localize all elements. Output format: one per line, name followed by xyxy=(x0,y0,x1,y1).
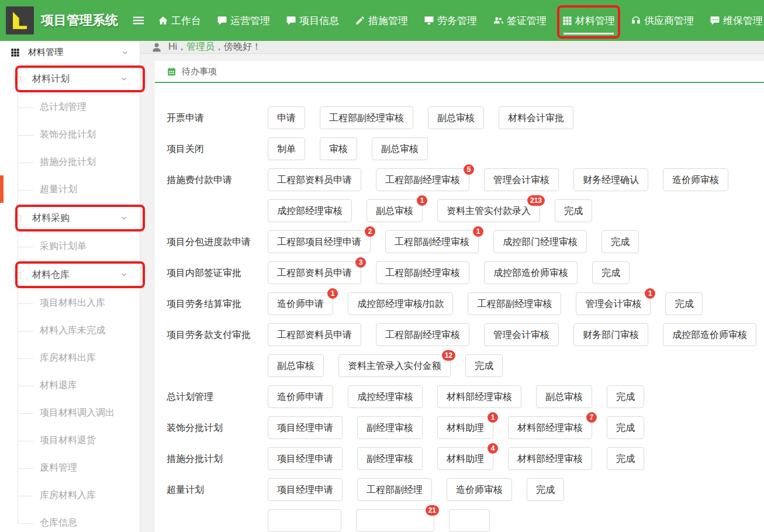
nav-item-运营管理[interactable]: 运营管理 xyxy=(217,14,270,27)
todo-step-button-工程部副经理审核[interactable]: 工程部副经理审核 xyxy=(376,261,469,284)
todo-step-button-完成[interactable]: 完成 xyxy=(527,478,564,501)
sidebar-item-装饰分批计划[interactable]: 装饰分批计划 xyxy=(0,121,140,148)
todo-step-button-审核[interactable]: 审核 xyxy=(320,137,357,160)
todo-row-装饰分批计划: 装饰分批计划项目经理申请副经理审核材料助理1材料部经理审核7完成 xyxy=(167,416,760,439)
todo-row-label: 项目关闭 xyxy=(167,137,268,160)
todo-step-button-管理会计审核[interactable]: 管理会计审核 xyxy=(484,323,559,346)
todo-step-button-副总审核[interactable]: 副总审核 xyxy=(428,106,484,129)
todo-step-button-造价师申请[interactable]: 造价师申请1 xyxy=(268,292,333,315)
top-header: 项目管理系统 工作台运营管理项目信息措施管理劳务管理签证管理材料管理供应商管理维… xyxy=(0,0,764,41)
todo-step-button-项目经理申请[interactable]: 项目经理申请 xyxy=(268,478,343,501)
todo-step-button-资料主管实付款录入[interactable]: 资料主管实付款录入213 xyxy=(437,199,540,222)
sidebar-item-库房材料入库[interactable]: 库房材料入库 xyxy=(0,482,140,509)
sidebar-item-项目材料出入库[interactable]: 项目材料出入库 xyxy=(0,289,140,317)
todo-step-button-工程部副经理[interactable]: 工程部副经理 xyxy=(357,478,432,501)
notification-badge: 7 xyxy=(586,412,597,423)
headset-icon xyxy=(631,15,641,26)
sidebar-item-措施分批计划[interactable]: 措施分批计划 xyxy=(0,148,140,176)
sidebar-item-超量计划[interactable]: 超量计划 xyxy=(0,176,140,203)
todo-step-button-完成[interactable]: 完成 xyxy=(592,261,630,284)
todo-step-button-工程部副经理审核[interactable]: 工程部副经理审核 xyxy=(320,106,413,129)
todo-step-button-完成[interactable]: 完成 xyxy=(607,447,644,470)
sidebar-item-采购计划单[interactable]: 采购计划单 xyxy=(0,233,140,260)
todo-step-button-造价师审核[interactable]: 造价师审核 xyxy=(663,168,728,191)
todo-step-button-材料部经理审核[interactable]: 材料部经理审核 xyxy=(437,385,521,408)
todo-step-button-申请[interactable]: 申请 xyxy=(268,106,305,129)
todo-step-button-材料助理[interactable]: 材料助理4 xyxy=(437,447,493,470)
todo-row-措施分批计划: 措施分批计划项目经理申请副经理审核材料助理4材料部经理审核完成 xyxy=(167,447,760,470)
todo-step-button-副总审核[interactable]: 副总审核 xyxy=(536,385,592,408)
todo-step-button-完成[interactable]: 完成 xyxy=(607,416,644,439)
todo-step-button[interactable]: 21 xyxy=(356,509,434,532)
nav-item-措施管理[interactable]: 措施管理 xyxy=(355,14,408,27)
todo-step-button-成控部造价师审核[interactable]: 成控部造价师审核 xyxy=(484,261,578,284)
todo-step-button-完成[interactable]: 完成 xyxy=(665,292,703,315)
todo-step-button[interactable] xyxy=(268,509,341,532)
todo-step-button-财务经理确认[interactable]: 财务经理确认 xyxy=(573,168,648,191)
todo-step-button-工程部资料员申请[interactable]: 工程部资料员申请3 xyxy=(268,261,361,284)
todo-step-button-工程部副经理审核[interactable]: 工程部副经理审核5 xyxy=(376,168,469,191)
todo-step-button-管理会计审核[interactable]: 管理会计审核1 xyxy=(576,292,651,315)
nav-item-劳务管理[interactable]: 劳务管理 xyxy=(424,14,477,27)
todo-step-button-成控部造价师审核[interactable]: 成控部造价师审核 xyxy=(663,323,756,346)
todo-step-button-成控部经理审核/扣款[interactable]: 成控部经理审核/扣款 xyxy=(348,292,453,315)
sidebar-header[interactable]: 材料管理 xyxy=(0,41,140,64)
todo-step-button-副经理审核[interactable]: 副经理审核 xyxy=(357,416,423,439)
sidebar-group-材料计划[interactable]: 材料计划 xyxy=(0,64,140,94)
nav-item-项目信息[interactable]: 项目信息 xyxy=(286,14,339,27)
todo-step-button-副总审核[interactable]: 副总审核 xyxy=(268,354,324,377)
sidebar-group-材料采购[interactable]: 材料采购 xyxy=(0,203,140,233)
todo-step-button-完成[interactable]: 完成 xyxy=(601,230,639,253)
todo-row-label: 项目内部签证审批 xyxy=(167,261,268,284)
sidebar-item-项目材料调入调出[interactable]: 项目材料调入调出 xyxy=(0,399,140,427)
sidebar-item-总计划管理[interactable]: 总计划管理 xyxy=(0,94,140,121)
todo-step-button-label: 项目经理申请 xyxy=(277,485,333,495)
todo-step-button-工程部资料员申请[interactable]: 工程部资料员申请 xyxy=(268,168,361,191)
todo-step-button-项目经理申请[interactable]: 项目经理申请 xyxy=(268,416,343,439)
sidebar-tree: 材料计划总计划管理装饰分批计划措施分批计划超量计划材料采购采购计划单材料仓库项目… xyxy=(0,64,140,532)
todo-step-button-制单[interactable]: 制单 xyxy=(268,137,305,160)
todo-step-button-工程部资料员申请[interactable]: 工程部资料员申请 xyxy=(268,323,361,346)
todo-step-button-副经理审核[interactable]: 副经理审核 xyxy=(357,447,423,470)
todo-step-button[interactable] xyxy=(449,509,490,532)
todo-step-button-副总审核[interactable]: 副总审核1 xyxy=(367,199,423,222)
todo-row-label: 装饰分批计划 xyxy=(167,416,268,439)
sidebar-item-项目材料退货[interactable]: 项目材料退货 xyxy=(0,427,140,454)
todo-step-button-材料部经理审核[interactable]: 材料部经理审核7 xyxy=(508,416,592,439)
todo-step-button-成控经理审核[interactable]: 成控经理审核 xyxy=(348,385,423,408)
todo-step-button-成控部经理审核[interactable]: 成控部经理审核 xyxy=(268,199,352,222)
todo-step-button-财务部门审核[interactable]: 财务部门审核 xyxy=(573,323,648,346)
hamburger-menu-icon[interactable] xyxy=(132,14,145,27)
todo-row-buttons: 申请工程部副经理审核副总审核材料会计审批 xyxy=(268,106,760,129)
todo-step-button-完成[interactable]: 完成 xyxy=(555,199,592,222)
sidebar-item-库房材料出库[interactable]: 库房材料出库 xyxy=(0,344,140,372)
nav-item-维保管理[interactable]: 维保管理 xyxy=(710,14,763,27)
todo-step-button-材料助理[interactable]: 材料助理1 xyxy=(437,416,493,439)
todo-step-button-造价师审核[interactable]: 造价师审核 xyxy=(447,478,512,501)
todo-step-button-工程部副经理审核[interactable]: 工程部副经理审核 xyxy=(468,292,561,315)
sidebar-group-材料仓库[interactable]: 材料仓库 xyxy=(0,260,140,289)
todo-step-button-副总审核[interactable]: 副总审核 xyxy=(372,137,428,160)
nav-item-签证管理[interactable]: 签证管理 xyxy=(493,14,547,27)
todo-step-button-造价师申请[interactable]: 造价师申请 xyxy=(268,385,333,408)
todo-step-button-资料主管录入实付金额[interactable]: 资料主管录入实付金额12 xyxy=(338,354,451,377)
sidebar-item-材料入库未完成[interactable]: 材料入库未完成 xyxy=(0,317,140,344)
nav-item-材料管理[interactable]: 材料管理 xyxy=(562,14,615,27)
todo-step-button-工程部副经理审核[interactable]: 工程部副经理审核 xyxy=(376,323,469,346)
todo-step-button-完成[interactable]: 完成 xyxy=(607,385,644,408)
sidebar-item-废料管理[interactable]: 废料管理 xyxy=(0,454,140,482)
todo-step-button-完成[interactable]: 完成 xyxy=(465,354,503,377)
nav-item-供应商管理[interactable]: 供应商管理 xyxy=(631,14,694,27)
sidebar-item-材料退库[interactable]: 材料退库 xyxy=(0,372,140,399)
todo-step-button-成控部门经理审核[interactable]: 成控部门经理审核 xyxy=(493,230,587,253)
todo-step-button-项目经理申请[interactable]: 项目经理申请 xyxy=(268,447,343,470)
todo-step-button-材料会计审批[interactable]: 材料会计审批 xyxy=(499,106,573,129)
todo-step-button-材料部经理审核[interactable]: 材料部经理审核 xyxy=(508,447,592,470)
todo-step-button-工程部项目经理申请[interactable]: 工程部项目经理申请2 xyxy=(268,230,371,253)
todo-step-button-工程部副经理审核[interactable]: 工程部副经理审核1 xyxy=(385,230,479,253)
nav-item-工作台[interactable]: 工作台 xyxy=(158,14,201,27)
todo-row-buttons: 造价师申请成控经理审核材料部经理审核副总审核完成 xyxy=(268,385,760,408)
sidebar-item-仓库信息[interactable]: 仓库信息 xyxy=(0,509,140,532)
todo-step-button-管理会计审核[interactable]: 管理会计审核 xyxy=(484,168,559,191)
calendar-icon xyxy=(167,67,177,77)
